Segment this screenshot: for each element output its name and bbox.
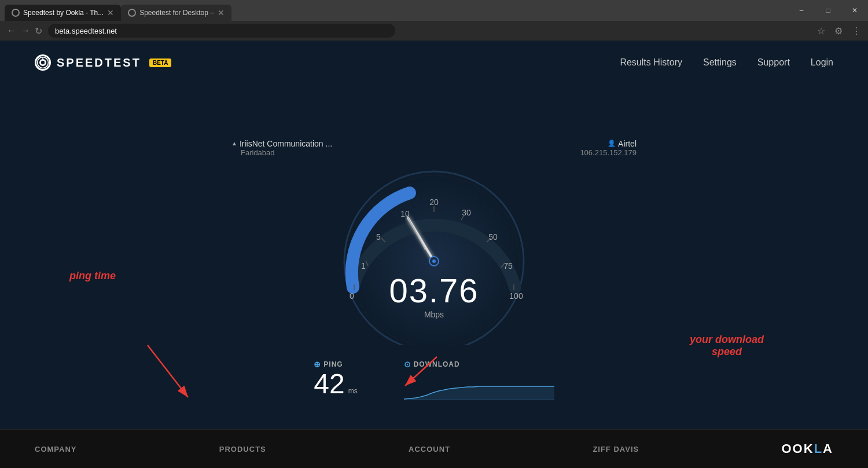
extensions-icon[interactable]: ⚙ [834, 25, 843, 36]
ping-value: 42 [314, 369, 344, 400]
footer-account: ACCOUNT [409, 445, 450, 454]
tab-inactive[interactable]: Speedtest for Desktop – ✕ [121, 5, 231, 21]
download-stat: ⊙ DOWNLOAD [404, 360, 554, 403]
tab-active[interactable]: Speedtest by Ookla - Th... ✕ [5, 5, 121, 21]
browser-chrome: Speedtest by Ookla - Th... ✕ Speedtest f… [0, 0, 868, 41]
tab-label-2: Speedtest for Desktop – [139, 9, 214, 17]
main-content: IriisNet Communication ... Faridabad Air… [0, 85, 868, 468]
maximize-button[interactable]: □ [815, 0, 841, 21]
ookla-logo: OOKLA [782, 441, 833, 456]
download-label: ⊙ DOWNLOAD [404, 360, 460, 369]
footer-company: COMPANY [35, 445, 76, 454]
svg-marker-28 [404, 386, 554, 400]
ping-unit: ms [348, 387, 358, 395]
nav-buttons: ← → ↻ [7, 25, 42, 36]
speed-unit: Mbps [389, 310, 479, 319]
isp-name: IriisNet Communication ... [231, 139, 332, 148]
isp-location: Faridabad [241, 148, 275, 157]
bookmark-icon[interactable]: ☆ [817, 25, 825, 36]
tab-favicon [12, 9, 20, 17]
stats-row: ⊕ PING 42 ms ⊙ DOWNLOAD [314, 360, 554, 403]
tab-close-button-2[interactable]: ✕ [218, 8, 225, 17]
svg-point-26 [432, 259, 436, 263]
footer-company-label: COMPANY [35, 445, 76, 454]
nav-settings[interactable]: Settings [703, 57, 737, 68]
logo-text: SPEEDTEST [57, 56, 141, 70]
browser-controls: ☆ ⚙ ⋮ [817, 25, 861, 36]
tab-bar: Speedtest by Ookla - Th... ✕ Speedtest f… [0, 0, 868, 21]
tab-close-button[interactable]: ✕ [107, 8, 114, 17]
reload-button[interactable]: ↻ [35, 25, 42, 36]
ping-label: ⊕ PING [314, 360, 343, 369]
svg-text:5: 5 [376, 232, 381, 242]
footer-account-label: ACCOUNT [409, 445, 450, 454]
header: SPEEDTEST BETA Results History Settings … [0, 41, 868, 85]
nav-login[interactable]: Login [811, 57, 833, 68]
svg-point-0 [38, 57, 49, 68]
speedtest-logo-icon [35, 54, 51, 71]
footer-ookla: OOKLA [782, 441, 833, 456]
nav-support[interactable]: Support [757, 57, 790, 68]
tab-favicon-2 [128, 9, 136, 17]
ip-address: 106.215.152.179 [580, 148, 637, 157]
ip-provider: Airtel [608, 139, 637, 148]
svg-text:75: 75 [503, 261, 513, 270]
svg-text:0: 0 [350, 291, 354, 301]
download-speed-annotation: your download speed [690, 334, 764, 358]
ping-time-annotation: ping time [69, 270, 116, 282]
footer-products-label: PRODUCTS [219, 445, 266, 454]
close-button[interactable]: ✕ [841, 0, 868, 21]
speedometer-container: 0 1 5 10 20 30 50 75 100 [324, 163, 544, 348]
svg-text:1: 1 [361, 261, 366, 270]
footer-products: PRODUCTS [219, 445, 266, 454]
nav-results-history[interactable]: Results History [620, 57, 682, 68]
footer-ziff-davis: ZIFF DAVIS [593, 445, 639, 454]
minimize-button[interactable]: – [788, 0, 815, 21]
ping-stat: ⊕ PING 42 ms [314, 360, 357, 403]
isp-info: IriisNet Communication ... Faridabad [231, 139, 332, 157]
beta-badge: BETA [149, 58, 171, 67]
back-button[interactable]: ← [7, 25, 16, 36]
tab-label: Speedtest by Ookla - Th... [23, 9, 104, 17]
footer-ziff-davis-label: ZIFF DAVIS [593, 445, 639, 454]
menu-icon[interactable]: ⋮ [852, 25, 861, 36]
server-info: IriisNet Communication ... Faridabad Air… [231, 139, 637, 157]
footer: COMPANY PRODUCTS ACCOUNT ZIFF DAVIS OOKL… [0, 429, 868, 468]
svg-text:20: 20 [429, 198, 439, 207]
address-input[interactable] [48, 24, 395, 38]
ping-icon: ⊕ [314, 360, 321, 369]
logo-area: SPEEDTEST BETA [35, 54, 171, 71]
svg-text:50: 50 [488, 232, 498, 242]
svg-text:100: 100 [509, 291, 523, 301]
ip-info: Airtel 106.215.152.179 [580, 139, 637, 157]
window-controls: – □ ✕ [788, 0, 868, 21]
svg-line-30 [148, 345, 188, 397]
download-icon: ⊙ [404, 360, 411, 369]
speed-display: 03.76 Mbps [389, 274, 479, 319]
main-nav: Results History Settings Support Login [620, 57, 833, 68]
address-bar: ← → ↻ ☆ ⚙ ⋮ [0, 21, 868, 41]
speed-value: 03.76 [389, 274, 479, 308]
app-container: SPEEDTEST BETA Results History Settings … [0, 41, 868, 468]
svg-point-1 [41, 60, 45, 65]
download-graph [404, 374, 554, 403]
forward-button[interactable]: → [21, 25, 30, 36]
